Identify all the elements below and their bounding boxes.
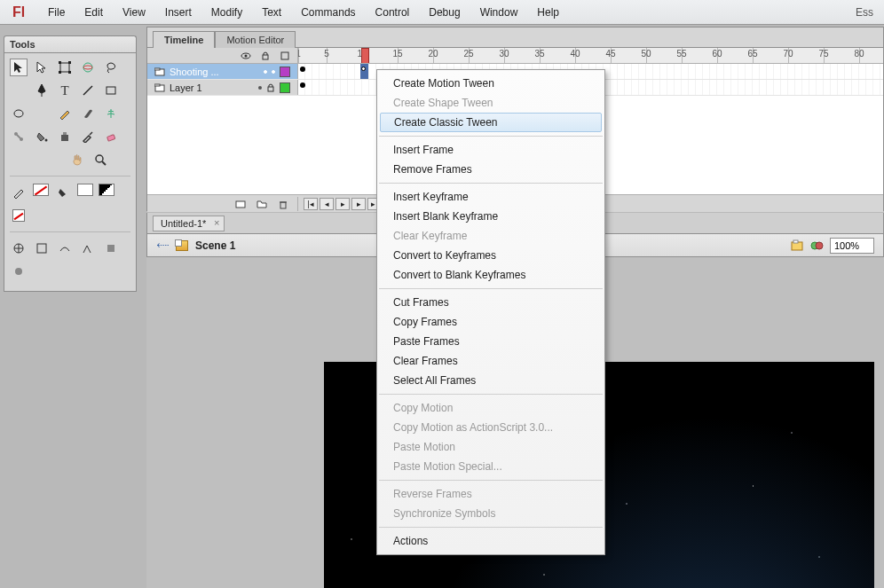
swap-colors-icon[interactable] xyxy=(99,184,114,196)
step-fwd-button[interactable]: ▸ xyxy=(351,198,366,210)
pen-tool-icon[interactable] xyxy=(33,82,51,99)
selection-tool-icon[interactable] xyxy=(10,59,28,76)
step-back-button[interactable]: ◂ xyxy=(320,198,334,210)
ctx-separator xyxy=(379,527,603,528)
ctx-remove-frames[interactable]: Remove Frames xyxy=(377,160,604,179)
menu-edit[interactable]: Edit xyxy=(75,3,112,22)
snap-option-icon[interactable] xyxy=(10,239,28,257)
option-5-icon[interactable] xyxy=(102,239,120,257)
brush-tool-icon[interactable] xyxy=(79,105,97,122)
ctx-create-classic-tween[interactable]: Create Classic Tween xyxy=(380,113,602,132)
document-tab[interactable]: Untitled-1* xyxy=(153,216,225,231)
outline-column-icon[interactable] xyxy=(280,51,290,61)
delete-layer-button[interactable] xyxy=(276,197,290,211)
svg-rect-2 xyxy=(68,61,71,64)
menu-debug[interactable]: Debug xyxy=(420,3,469,22)
menu-file[interactable]: File xyxy=(39,3,74,22)
option-4-icon[interactable] xyxy=(79,239,97,257)
hand-tool-icon[interactable] xyxy=(68,151,86,169)
pencil-tool-icon[interactable] xyxy=(56,105,74,122)
ctx-clear-frames[interactable]: Clear Frames xyxy=(377,351,604,371)
playhead[interactable] xyxy=(361,48,369,63)
back-arrow-icon[interactable]: ⬸ xyxy=(156,239,169,253)
stroke-swatch[interactable] xyxy=(33,184,49,196)
straighten-option-icon[interactable] xyxy=(56,239,74,257)
play-button[interactable]: ▸ xyxy=(335,198,350,210)
lasso-tool-icon[interactable] xyxy=(102,59,120,76)
layer-color-swatch[interactable] xyxy=(280,67,290,77)
zoom-input[interactable] xyxy=(830,238,874,254)
svg-rect-0 xyxy=(60,63,69,72)
ctx-copy-frames[interactable]: Copy Frames xyxy=(377,312,604,332)
lock-column-icon[interactable] xyxy=(260,51,271,61)
menu-insert[interactable]: Insert xyxy=(156,3,201,22)
ctx-create-shape-tween: Create Shape Tween xyxy=(377,93,604,113)
svg-point-22 xyxy=(15,268,22,275)
eraser-tool-icon[interactable] xyxy=(102,128,120,145)
svg-rect-28 xyxy=(154,68,160,70)
frame-ruler[interactable]: 15101520253035404550556065707580 xyxy=(298,48,883,63)
ctx-cut-frames[interactable]: Cut Frames xyxy=(377,293,604,312)
paint-bucket-tool-icon[interactable] xyxy=(33,128,51,145)
zoom-tool-icon[interactable] xyxy=(91,151,109,169)
edit-symbol-icon[interactable] xyxy=(810,239,825,252)
svg-rect-1 xyxy=(59,61,61,64)
tab-timeline[interactable]: Timeline xyxy=(153,31,215,48)
subselection-tool-icon[interactable] xyxy=(33,59,51,76)
scene-label[interactable]: Scene 1 xyxy=(195,239,235,252)
ctx-insert-blank-keyframe[interactable]: Insert Blank Keyframe xyxy=(377,207,604,226)
ctx-convert-to-blank-keyframes[interactable]: Convert to Blank Keyframes xyxy=(377,265,604,285)
option-6-icon[interactable] xyxy=(10,263,28,280)
visibility-column-icon[interactable] xyxy=(241,51,251,61)
bone-tool-icon[interactable] xyxy=(10,128,28,145)
ctx-actions[interactable]: Actions xyxy=(377,531,604,551)
new-folder-button[interactable] xyxy=(255,197,269,211)
stroke-color-icon[interactable] xyxy=(10,184,28,201)
ctx-insert-frame[interactable]: Insert Frame xyxy=(377,140,604,160)
workspace-switcher[interactable]: Ess xyxy=(850,6,879,19)
oval-tool-icon[interactable] xyxy=(10,105,28,122)
ctx-paste-frames[interactable]: Paste Frames xyxy=(377,332,604,351)
visibility-toggle[interactable] xyxy=(264,70,267,74)
no-color-icon[interactable] xyxy=(10,207,28,224)
lock-icon[interactable] xyxy=(266,83,275,92)
free-transform-tool-icon[interactable] xyxy=(56,59,74,76)
rectangle-tool-icon[interactable] xyxy=(102,82,120,99)
menu-view[interactable]: View xyxy=(114,3,154,22)
tools-panel-header[interactable]: Tools xyxy=(4,35,137,52)
3d-rotation-tool-icon[interactable] xyxy=(79,59,97,76)
deco-tool-icon[interactable] xyxy=(102,105,120,122)
svg-point-13 xyxy=(45,139,48,142)
fill-swatch[interactable] xyxy=(77,184,93,196)
menu-help[interactable]: Help xyxy=(528,3,568,22)
menu-control[interactable]: Control xyxy=(367,3,419,22)
eyedropper-tool-icon[interactable] xyxy=(79,128,97,145)
layer-icon xyxy=(154,67,165,77)
menu-text[interactable]: Text xyxy=(253,3,290,22)
layer-name: Shooting ... xyxy=(170,67,259,77)
ctx-paste-motion: Paste Motion xyxy=(377,437,604,457)
text-tool-icon[interactable]: T xyxy=(56,82,74,99)
line-tool-icon[interactable] xyxy=(79,82,97,99)
ctx-convert-to-keyframes[interactable]: Convert to Keyframes xyxy=(377,246,604,265)
ctx-insert-keyframe[interactable]: Insert Keyframe xyxy=(377,187,604,207)
layer-color-swatch[interactable] xyxy=(280,82,290,93)
new-layer-button[interactable] xyxy=(233,197,248,211)
menubar: Fl File Edit View Insert Modify Text Com… xyxy=(0,0,884,25)
edit-scene-icon[interactable] xyxy=(791,239,805,252)
ctx-select-all-frames[interactable]: Select All Frames xyxy=(377,371,604,390)
menu-modify[interactable]: Modify xyxy=(202,3,251,22)
tab-motion-editor[interactable]: Motion Editor xyxy=(215,31,296,48)
smooth-option-icon[interactable] xyxy=(33,239,51,257)
visibility-toggle[interactable] xyxy=(258,86,262,90)
lock-toggle[interactable] xyxy=(272,70,275,74)
svg-rect-31 xyxy=(268,87,273,91)
scene-icon xyxy=(176,240,188,251)
svg-point-6 xyxy=(83,66,92,69)
goto-first-button[interactable]: |◂ xyxy=(304,198,318,210)
ink-bottle-tool-icon[interactable] xyxy=(56,128,74,145)
menu-window[interactable]: Window xyxy=(471,3,527,22)
ctx-create-motion-tween[interactable]: Create Motion Tween xyxy=(377,74,604,93)
fill-color-icon[interactable] xyxy=(54,184,72,201)
menu-commands[interactable]: Commands xyxy=(292,3,364,22)
